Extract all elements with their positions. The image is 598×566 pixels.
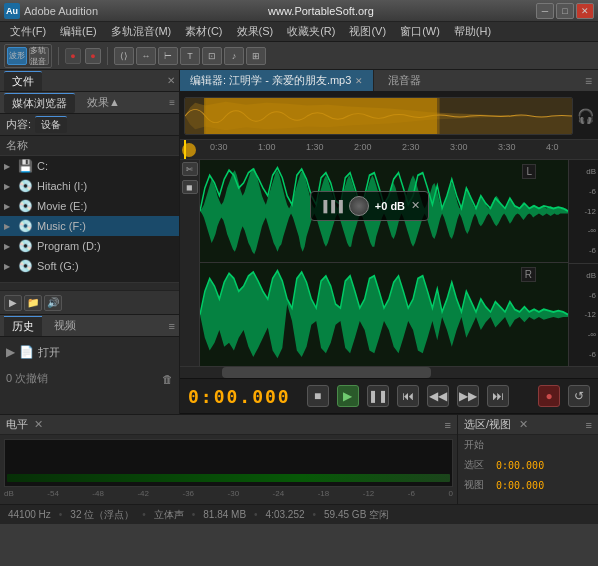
level-title: 电平 [6,417,28,432]
sep-2: • [142,509,146,520]
multitrack-mode-button[interactable]: 多轨混音 [29,47,49,65]
toolbar-extra-2[interactable]: ↔ [136,47,156,65]
app-icon: Au [4,3,20,19]
wf-tool-1[interactable]: ✄ [182,162,198,176]
waveform-scrollbar[interactable] [180,366,598,378]
volume-close-icon[interactable]: ✕ [411,199,420,212]
panel-options-icon[interactable]: ≡ [169,97,175,108]
db-label-48: -48 [92,489,104,498]
selection-close[interactable]: ✕ [519,418,528,431]
file-panel-close[interactable]: ✕ [167,75,175,86]
speaker-button[interactable]: 🔊 [44,295,62,311]
close-button[interactable]: ✕ [576,3,594,19]
sep-3: • [192,509,196,520]
waveform-mode-button[interactable]: 波形 [7,47,27,65]
go-end-button[interactable]: ⏭ [487,385,509,407]
sep-4: • [254,509,258,520]
tree-item-movie[interactable]: ▶ 💿 Movie (E:) [0,196,179,216]
toolbar-extra-6[interactable]: ♪ [224,47,244,65]
play-preview-button[interactable]: ▶ [4,295,22,311]
play-button[interactable]: ▶ [337,385,359,407]
history-action-label: 打开 [38,345,60,360]
pause-button[interactable]: ❚❚ [367,385,389,407]
loop-button[interactable]: ↺ [568,385,590,407]
forward-button[interactable]: ▶▶ [457,385,479,407]
toolbar-btn-2[interactable]: ● [85,48,101,64]
toolbar-extra: ⟨⟩ ↔ ⊢ T ⊡ ♪ ⊞ [114,47,266,65]
overview-headphone-icon[interactable]: 🎧 [577,108,594,124]
tree-item-hitachi[interactable]: ▶ 💿 Hitachi (I:) [0,176,179,196]
menu-view[interactable]: 视图(V) [343,22,392,41]
undo-count-text: 0 次撤销 [6,371,48,386]
editor-tab-main[interactable]: 编辑器: 江明学 - 亲爱的朋友.mp3 ✕ [180,70,374,91]
media-browser-tab[interactable]: 媒体浏览器 [4,93,75,113]
timeline: 0:30 1:00 1:30 2:00 2:30 3:00 3:30 4:0 [180,140,598,160]
import-button[interactable]: 📁 [24,295,42,311]
rewind-button[interactable]: ◀◀ [427,385,449,407]
db-entry-l-2: -12 [571,207,596,216]
toolbar-extra-7[interactable]: ⊞ [246,47,266,65]
channel-l: ▐▐▐ +0 dB ✕ L [200,160,568,263]
start-label: 开始 [464,438,492,452]
tree-label-hitachi: Hitachi (I:) [37,180,175,192]
waveform-main[interactable]: ▐▐▐ +0 dB ✕ L R [200,160,568,366]
sep-5: • [313,509,317,520]
file-panel-tab[interactable]: 文件 [4,71,42,91]
editor-tab-close[interactable]: ✕ [355,76,363,86]
menu-help[interactable]: 帮助(H) [448,22,497,41]
menu-multitrack[interactable]: 多轨混音(M) [105,22,178,41]
record-button[interactable]: ● [538,385,560,407]
level-meter-display [4,439,453,487]
db-entry-l-3: -∞ [571,226,596,235]
go-start-button[interactable]: ⏮ [397,385,419,407]
toolbar-btn-1[interactable]: ● [65,48,81,64]
tree-item-c[interactable]: ▶ 💾 C: [0,156,179,176]
menu-window[interactable]: 窗口(W) [394,22,446,41]
trash-icon[interactable]: 🗑 [162,373,173,385]
history-options-icon[interactable]: ≡ [169,320,175,332]
tree-item-soft[interactable]: ▶ 💿 Soft (G:) [0,256,179,276]
waveform-area: ✄ ◼ ▐▐▐ [180,160,598,366]
menu-effects[interactable]: 效果(S) [231,22,280,41]
media-browser: 媒体浏览器 效果▲ ≡ 内容: 设备 名称 ▶ 💾 C: ▶ 💿 H [0,92,179,314]
video-tab[interactable]: 视频 [46,316,84,335]
editor-tabs: 编辑器: 江明学 - 亲爱的朋友.mp3 ✕ 混音器 ≡ [180,70,598,92]
toolbar-extra-1[interactable]: ⟨⟩ [114,47,134,65]
drive-c-icon: 💾 [18,159,33,173]
effects-tab[interactable]: 效果▲ [79,93,128,112]
drive-music-icon: 💿 [18,219,33,233]
maximize-button[interactable]: □ [556,3,574,19]
menu-bar: 文件(F) 编辑(E) 多轨混音(M) 素材(C) 效果(S) 收藏夹(R) 视… [0,22,598,42]
mixer-tab[interactable]: 混音器 [378,71,431,90]
history-tab[interactable]: 历史 [4,316,42,336]
level-options-icon[interactable]: ≡ [445,419,451,431]
editor-tab-label: 编辑器: 江明学 - 亲爱的朋友.mp3 [190,73,351,88]
toolbar-extra-3[interactable]: ⊢ [158,47,178,65]
window-controls: ─ □ ✕ [536,3,594,19]
timeline-marker-400: 4:0 [546,142,559,152]
stop-button[interactable]: ■ [307,385,329,407]
toolbar-extra-5[interactable]: ⊡ [202,47,222,65]
menu-clip[interactable]: 素材(C) [179,22,228,41]
menu-file[interactable]: 文件(F) [4,22,52,41]
db-entry-r-3: -∞ [571,330,596,339]
menu-edit[interactable]: 编辑(E) [54,22,103,41]
menu-favorites[interactable]: 收藏夹(R) [281,22,341,41]
drive-movie-icon: 💿 [18,199,33,213]
minimize-button[interactable]: ─ [536,3,554,19]
volume-knob[interactable] [349,196,369,216]
bit-depth: 32 位（浮点） [70,508,134,522]
tab-options-icon[interactable]: ≡ [579,74,598,88]
tree-item-music[interactable]: ▶ 💿 Music (F:) [0,216,179,236]
level-panel-header: 电平 ✕ ≡ [0,415,457,435]
tree-item-program[interactable]: ▶ 💿 Program (D:) [0,236,179,256]
overview-waveform[interactable] [184,97,573,135]
selection-options-icon[interactable]: ≡ [586,419,592,431]
db-entry-l-1: -6 [571,187,596,196]
level-panel-icon: ✕ [34,418,43,431]
tree-horizontal-scrollbar[interactable] [0,282,179,290]
toolbar-extra-4[interactable]: T [180,47,200,65]
wf-tool-2[interactable]: ◼ [182,180,198,194]
tree-header: 名称 [0,136,179,156]
device-tab[interactable]: 设备 [35,116,67,133]
